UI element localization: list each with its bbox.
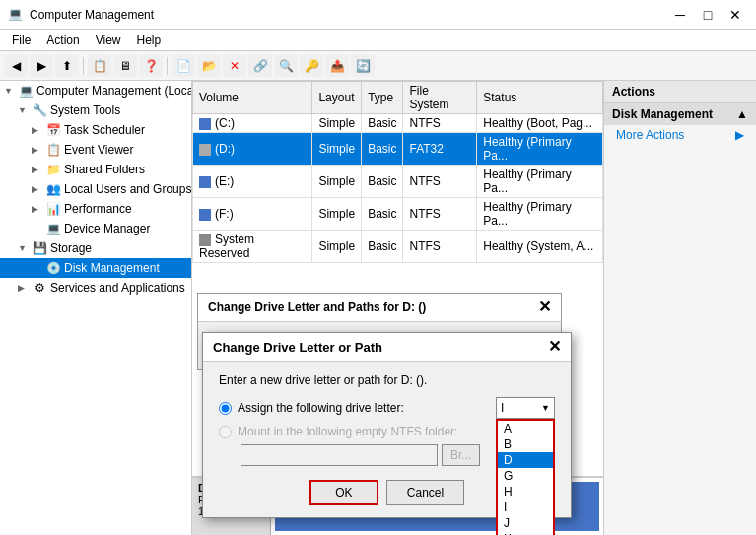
back-button[interactable]: ◀ xyxy=(4,55,28,77)
new-button[interactable]: 📄 xyxy=(172,55,195,77)
sidebar-item-system-tools[interactable]: ▼ 🔧 System Tools xyxy=(0,100,191,120)
up-button[interactable]: ⬆ xyxy=(55,55,79,77)
inner-dialog-title-text: Change Drive Letter or Path xyxy=(213,340,382,355)
letter-option-j[interactable]: J xyxy=(498,515,553,531)
cell-fs: NTFS xyxy=(403,198,477,231)
system-tools-icon: 🔧 xyxy=(32,102,47,118)
cell-volume: (E:) xyxy=(193,166,312,198)
cell-volume: System Reserved xyxy=(193,231,312,263)
cell-status: Healthy (Primary Pa... xyxy=(477,133,603,166)
computer-mgmt-icon: 💻 xyxy=(18,83,34,99)
cell-fs: NTFS xyxy=(403,231,477,263)
col-status[interactable]: Status xyxy=(477,82,603,114)
menu-action[interactable]: Action xyxy=(38,32,87,49)
col-layout[interactable]: Layout xyxy=(312,82,362,114)
browse-button[interactable]: Br... xyxy=(442,444,480,466)
sidebar-label: Disk Management xyxy=(64,261,160,275)
close-button[interactable]: ✕ xyxy=(722,5,748,25)
main-layout: ▼ 💻 Computer Management (Local ▼ 🔧 Syste… xyxy=(0,81,756,535)
sidebar-item-shared-folders[interactable]: ▶ 📁 Shared Folders xyxy=(0,160,191,179)
delete-button[interactable]: ✕ xyxy=(223,55,246,77)
cancel-button[interactable]: Cancel xyxy=(386,480,464,505)
disk-volume-icon xyxy=(199,118,211,130)
radio-path[interactable] xyxy=(219,426,232,438)
table-row[interactable]: (C:) Simple Basic NTFS Healthy (Boot, Pa… xyxy=(193,114,603,133)
link-button[interactable]: 🔗 xyxy=(248,55,272,77)
title-bar: 💻 Computer Management ─ □ ✕ xyxy=(0,0,756,30)
col-type[interactable]: Type xyxy=(362,82,403,114)
cell-layout: Simple xyxy=(312,166,362,198)
sidebar-item-event-viewer[interactable]: ▶ 📋 Event Viewer xyxy=(0,140,191,160)
letter-option-h[interactable]: H xyxy=(498,484,553,500)
table-row[interactable]: (F:) Simple Basic NTFS Healthy (Primary … xyxy=(193,198,603,231)
search-button[interactable]: 🔍 xyxy=(274,55,298,77)
computer-button[interactable]: 🖥 xyxy=(113,55,137,77)
radio-letter[interactable] xyxy=(219,402,232,415)
letter-option-i[interactable]: I xyxy=(498,500,553,515)
key-button[interactable]: 🔑 xyxy=(300,55,323,77)
ok-button[interactable]: OK xyxy=(309,480,378,505)
cell-fs: NTFS xyxy=(403,166,477,198)
outer-dialog-title: Change Drive Letter and Paths for D: () … xyxy=(198,294,561,322)
sidebar-item-task-scheduler[interactable]: ▶ 📅 Task Scheduler xyxy=(0,120,191,140)
disk-volume-icon xyxy=(199,209,211,221)
cell-layout: Simple xyxy=(312,114,362,133)
expand-arrow: ▼ xyxy=(4,86,18,96)
sidebar-item-device-manager[interactable]: 💻 Device Manager xyxy=(0,219,191,238)
maximize-button[interactable]: □ xyxy=(695,5,721,25)
sidebar-label: Local Users and Groups xyxy=(64,182,191,196)
cell-layout: Simple xyxy=(312,133,362,166)
disk-table: Volume Layout Type File System Status (C… xyxy=(192,81,603,263)
sidebar-item-services[interactable]: ▶ ⚙ Services and Applications xyxy=(0,278,191,298)
cell-layout: Simple xyxy=(312,198,362,231)
device-icon: 💻 xyxy=(45,221,61,236)
letter-option-d[interactable]: D xyxy=(498,452,553,468)
letter-option-k[interactable]: K xyxy=(498,531,553,535)
letter-select-box[interactable]: I ▼ xyxy=(496,397,555,419)
dialog-prompt: Enter a new drive letter or path for D: … xyxy=(219,373,555,387)
col-fs[interactable]: File System xyxy=(403,82,477,114)
minimize-button[interactable]: ─ xyxy=(667,5,693,25)
col-volume[interactable]: Volume xyxy=(193,82,312,114)
menu-view[interactable]: View xyxy=(88,32,129,49)
table-row[interactable]: System Reserved Simple Basic NTFS Health… xyxy=(193,231,603,263)
collapse-arrow-icon[interactable]: ▲ xyxy=(736,107,748,121)
path-input[interactable] xyxy=(241,444,438,466)
radio-row-letter: Assign the following drive letter: I ▼ A… xyxy=(219,397,555,419)
table-row[interactable]: (E:) Simple Basic NTFS Healthy (Primary … xyxy=(193,166,603,198)
letter-option-a[interactable]: A xyxy=(498,421,553,436)
sidebar-item-disk-management[interactable]: 💿 Disk Management xyxy=(0,258,191,278)
show-hide-button[interactable]: 📋 xyxy=(88,55,111,77)
cell-status: Healthy (Primary Pa... xyxy=(477,198,603,231)
help-button[interactable]: ❓ xyxy=(139,55,163,77)
outer-dialog-close-button[interactable]: ✕ xyxy=(538,300,551,315)
cell-volume: (C:) xyxy=(193,114,312,133)
task-icon: 📅 xyxy=(45,122,61,138)
actions-more[interactable]: More Actions ▶ xyxy=(604,125,756,145)
sidebar-label: Services and Applications xyxy=(50,281,185,295)
sidebar-item-local-users[interactable]: ▶ 👥 Local Users and Groups xyxy=(0,179,191,199)
refresh-button[interactable]: 🔄 xyxy=(351,55,375,77)
disk-volume-icon xyxy=(199,234,211,246)
letter-option-g[interactable]: G xyxy=(498,468,553,484)
more-actions-label: More Actions xyxy=(616,128,684,142)
table-row[interactable]: (D:) Simple Basic FAT32 Healthy (Primary… xyxy=(193,133,603,166)
menu-help[interactable]: Help xyxy=(129,32,170,49)
cell-volume: (F:) xyxy=(193,198,312,231)
letter-option-b[interactable]: B xyxy=(498,436,553,452)
sidebar-item-computer-management[interactable]: ▼ 💻 Computer Management (Local xyxy=(0,81,191,100)
storage-icon: 💾 xyxy=(32,240,47,256)
sidebar-item-storage[interactable]: ▼ 💾 Storage xyxy=(0,238,191,258)
menu-file[interactable]: File xyxy=(4,32,38,49)
forward-button[interactable]: ▶ xyxy=(30,55,53,77)
sidebar-label: Device Manager xyxy=(64,222,150,235)
cell-status: Healthy (Boot, Pag... xyxy=(477,114,603,133)
export-button[interactable]: 📤 xyxy=(325,55,349,77)
properties-button[interactable]: 📂 xyxy=(197,55,221,77)
sidebar-label: Shared Folders xyxy=(64,163,145,176)
menu-bar: File Action View Help xyxy=(0,30,756,51)
sidebar-item-performance[interactable]: ▶ 📊 Performance xyxy=(0,199,191,219)
event-icon: 📋 xyxy=(45,142,61,158)
sidebar: ▼ 💻 Computer Management (Local ▼ 🔧 Syste… xyxy=(0,81,192,535)
inner-dialog-close-button[interactable]: ✕ xyxy=(548,339,561,355)
